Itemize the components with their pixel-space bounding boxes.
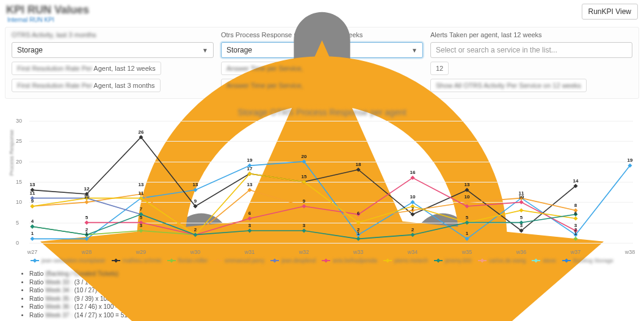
x-tick: w36 — [516, 249, 527, 255]
x-tick: w35 — [462, 249, 472, 255]
y-tick: 25 — [16, 138, 22, 144]
chart-title: Storage OTRS Process Response per agent — [5, 107, 639, 117]
y-tick: 0 — [16, 240, 19, 246]
x-tick: w38 — [625, 249, 635, 255]
x-tick: w28 — [82, 249, 92, 255]
y-tick: 10 — [16, 199, 22, 205]
y-tick: 30 — [16, 118, 22, 124]
y-tick: 5 — [16, 220, 19, 226]
x-tick: w29 — [136, 249, 147, 255]
legend-item[interactable]: steve — [532, 258, 556, 264]
x-tick: w33 — [353, 249, 364, 255]
x-tick: w37 — [571, 249, 581, 255]
x-tick: w30 — [190, 249, 201, 255]
legend-item[interactable]: jean-sebastien.montplaisir — [31, 258, 106, 264]
y-axis-label: Process Response — [9, 129, 15, 176]
page-subtitle: Internal RUN KPI — [7, 16, 638, 23]
chart-area: Process Response 13119411210521261311753… — [29, 121, 633, 255]
x-tick: w31 — [245, 249, 255, 255]
svg-rect-27 — [573, 237, 577, 241]
x-tick: w34 — [408, 249, 418, 255]
x-tick: w32 — [299, 249, 309, 255]
x-tick: w27 — [27, 249, 38, 255]
bell-icon[interactable] — [125, 5, 134, 15]
runkpi-view-button[interactable]: RunKPI View — [582, 4, 638, 20]
y-tick: 15 — [16, 179, 22, 185]
y-tick: 20 — [16, 159, 22, 165]
